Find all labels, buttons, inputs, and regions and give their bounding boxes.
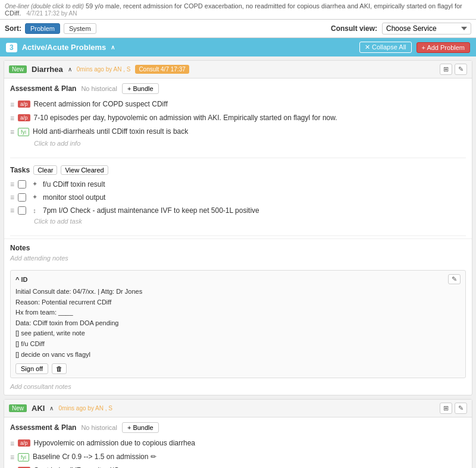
aki-fyi-badge: fyi xyxy=(18,453,29,461)
task-item-2: ≡ ✦ monitor stool output xyxy=(10,191,466,203)
task-star-icon-2: ✦ xyxy=(30,193,39,201)
aki-ap-item-2: ≡ fyi Baseline Cr 0.9 --> 1.5 on admissi… xyxy=(10,451,466,463)
aki-ap-item-3: ≡ a/p Cont bolus IVF, monitor I/O xyxy=(10,465,466,468)
problems-header-left: 3 Active/Acute Problems ∧ xyxy=(6,43,115,52)
drag-handle-icon[interactable]: ≡ xyxy=(10,453,14,461)
ap-badge-2: a/p xyxy=(18,114,30,121)
consult-right: Consult view: Choose Service ▾ xyxy=(331,23,471,34)
diarrhea-header-left: New Diarrhea ∧ 0mins ago by AN , S Consu… xyxy=(9,65,189,74)
ap-text-3: Hold anti-diarrheals until CDiff toxin r… xyxy=(33,127,466,136)
task-text-1: f/u CDiff toxin result xyxy=(43,180,105,189)
aki-bundle-button[interactable]: + Bundle xyxy=(122,422,159,433)
id-line-7: [] decide on vanc vs flagyl xyxy=(15,350,461,360)
aki-ap-text-1: Hypovolemic on admission due to copious … xyxy=(34,439,466,447)
diarrhea-chevron-icon[interactable]: ∧ xyxy=(68,66,72,73)
sort-system-button[interactable]: System xyxy=(64,23,96,34)
task-text-2: monitor stool output xyxy=(43,193,105,202)
aki-new-badge: New xyxy=(9,404,27,412)
id-edit-button[interactable]: ✎ xyxy=(448,274,461,284)
drag-handle-icon[interactable]: ≡ xyxy=(10,193,14,202)
diarrhea-edit-button[interactable]: ✎ xyxy=(455,64,467,75)
sort-problem-button[interactable]: Problem xyxy=(25,23,60,34)
task-text-3: 7pm I/O Check - adjust maintenance IVF t… xyxy=(43,206,259,215)
task-checkbox-2[interactable] xyxy=(18,193,26,202)
drag-handle-icon[interactable]: ≡ xyxy=(10,439,14,448)
diarrhea-meta: 0mins ago by AN , S xyxy=(77,66,131,73)
sort-label: Sort: xyxy=(5,24,21,33)
drag-handle-icon[interactable]: ≡ xyxy=(10,114,14,123)
id-line-2: Reason: Potential recurrent CDiff xyxy=(15,297,461,308)
aki-external-button[interactable]: ⊞ xyxy=(440,403,452,414)
aki-ap-item-1: ≡ a/p Hypovolemic on admission due to co… xyxy=(10,438,466,449)
id-line-4: Data: CDiff toxin from DOA pending xyxy=(15,318,461,329)
problems-chevron-icon[interactable]: ∧ xyxy=(111,44,115,51)
notes-title: Notes xyxy=(10,244,466,252)
id-toggle[interactable]: ^ ID xyxy=(15,276,27,283)
aki-title: AKI xyxy=(32,404,45,413)
aki-ap-title: Assessment & Plan xyxy=(10,423,76,432)
problems-header-right: ✕ Collapse All + Add Problem xyxy=(359,42,470,53)
id-line-3: Hx from team: ____ xyxy=(15,307,461,318)
aki-card-header: New AKI ∧ 0mins ago by AN , S ⊞ ✎ xyxy=(4,400,472,417)
collapse-all-button[interactable]: ✕ Collapse All xyxy=(359,42,412,53)
diarrhea-header-right: ⊞ ✎ xyxy=(440,64,467,75)
one-liner-label: One-liner (double click to edit) xyxy=(5,3,84,10)
aki-header-right: ⊞ ✎ xyxy=(440,403,467,414)
diarrhea-no-historical: No historical xyxy=(81,85,117,92)
aki-meta: 0mins ago by AN , S xyxy=(58,405,112,412)
ap-badge-1: a/p xyxy=(18,100,30,108)
diarrhea-external-button[interactable]: ⊞ xyxy=(440,64,452,75)
sort-left: Sort: Problem System xyxy=(5,23,96,34)
click-to-add-task[interactable]: Click to add task xyxy=(10,218,466,225)
drag-handle-icon[interactable]: ≡ xyxy=(10,100,14,109)
id-line-5: [] see patient, write note xyxy=(15,328,461,339)
diarrhea-title: Diarrhea xyxy=(32,65,63,74)
drag-handle-icon[interactable]: ≡ xyxy=(10,128,14,136)
diarrhea-bundle-button[interactable]: + Bundle xyxy=(122,83,159,94)
sign-off-button[interactable]: Sign off xyxy=(15,363,48,374)
fyi-badge-1: fyi xyxy=(18,128,29,136)
trash-button[interactable]: 🗑 xyxy=(52,363,67,374)
id-content: Initial Consult date: 04/7/xx. | Attg: D… xyxy=(15,287,461,360)
consult-view-label: Consult view: xyxy=(331,24,377,33)
add-attending-notes[interactable]: Add attending notes xyxy=(10,255,466,262)
diarrhea-new-badge: New xyxy=(9,65,27,73)
click-to-add-info[interactable]: Click to add info xyxy=(10,140,466,147)
tasks-clear-button[interactable]: Clear xyxy=(33,165,57,175)
aki-card: New AKI ∧ 0mins ago by AN , S ⊞ ✎ Assess… xyxy=(4,399,472,468)
diarrhea-consult-badge: Consult 4/7 17:37 xyxy=(135,65,189,74)
id-line-6: [] f/u CDiff xyxy=(15,339,461,350)
task-item-3: ≡ ↕ 7pm I/O Check - adjust maintenance I… xyxy=(10,205,466,216)
task-item-1: ≡ ✦ f/u CDiff toxin result xyxy=(10,178,466,190)
aki-no-historical: No historical xyxy=(81,424,117,431)
diarrhea-card-header: New Diarrhea ∧ 0mins ago by AN , S Consu… xyxy=(4,61,472,78)
consult-service-select[interactable]: Choose Service xyxy=(382,23,471,34)
task-arrow-icon: ↕ xyxy=(30,207,39,214)
diarrhea-ap-title: Assessment & Plan xyxy=(10,84,76,93)
one-liner-meta: 4/7/21 17:32 by AN xyxy=(26,10,77,17)
id-line-1: Initial Consult date: 04/7/xx. | Attg: D… xyxy=(15,287,461,297)
aki-ap-badge-1: a/p xyxy=(18,439,30,447)
task-checkbox-1[interactable] xyxy=(18,180,26,189)
id-section: ^ ID ✎ Initial Consult date: 04/7/xx. | … xyxy=(10,270,466,378)
diarrhea-card: New Diarrhea ∧ 0mins ago by AN , S Consu… xyxy=(4,60,472,395)
drag-handle-icon[interactable]: ≡ xyxy=(10,206,14,215)
id-section-header: ^ ID ✎ xyxy=(15,274,461,284)
aki-edit-button[interactable]: ✎ xyxy=(455,403,467,414)
diarrhea-ap-item-1: ≡ a/p Recent admission for COPD suspect … xyxy=(10,99,466,110)
tasks-header-row: Tasks Clear View Cleared xyxy=(10,165,466,175)
task-checkbox-3[interactable] xyxy=(18,206,26,215)
problems-header: 3 Active/Acute Problems ∧ ✕ Collapse All… xyxy=(0,38,476,56)
tasks-view-cleared-button[interactable]: View Cleared xyxy=(61,165,108,175)
diarrhea-assessment-section: Assessment & Plan No historical + Bundle… xyxy=(4,78,472,155)
add-consultant-notes[interactable]: Add consultant notes xyxy=(4,383,472,395)
problems-header-title: Active/Acute Problems xyxy=(22,43,107,52)
drag-handle-icon[interactable]: ≡ xyxy=(10,180,14,189)
task-star-icon-1: ✦ xyxy=(30,180,39,188)
aki-ap-header-row: Assessment & Plan No historical + Bundle xyxy=(10,422,466,433)
ap-text-2: 7-10 episodes per day, hypovolemic on ad… xyxy=(34,114,466,122)
problems-count: 3 xyxy=(6,43,17,52)
diarrhea-tasks-section: Tasks Clear View Cleared ≡ ✦ f/u CDiff t… xyxy=(4,161,472,233)
add-problem-button[interactable]: + Add Problem xyxy=(416,42,470,53)
aki-chevron-icon[interactable]: ∧ xyxy=(49,405,54,412)
